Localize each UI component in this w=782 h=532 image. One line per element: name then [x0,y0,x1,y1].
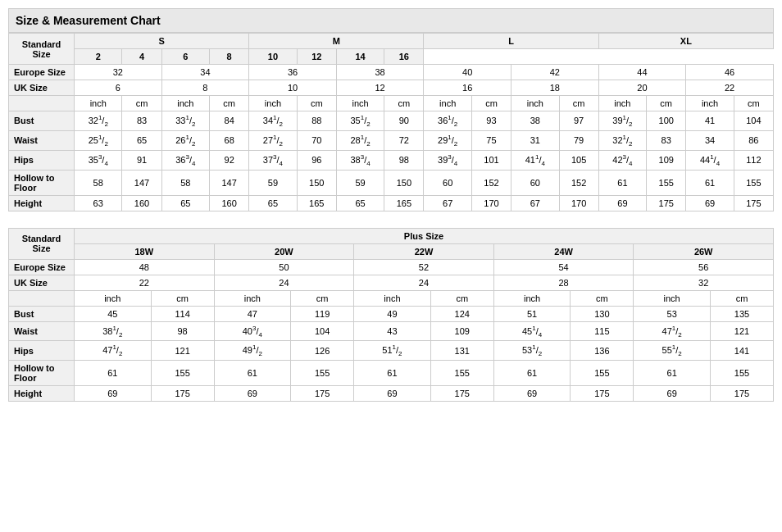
col-standard-size: StandardSize [9,34,75,65]
p-height-175-4: 175 [571,386,634,402]
unit-cm: cm [559,96,598,111]
bust-32.5-inch: 321/2 [75,111,122,131]
europe-56: 56 [634,259,774,275]
p-hips-51.5: 511/2 [354,341,431,361]
p-htf-155-4: 155 [571,361,634,386]
p-htf-155-3: 155 [430,361,493,386]
p-hips-121: 121 [151,341,214,361]
height-170-cm-1: 170 [471,195,511,211]
waist-79-cm: 79 [559,130,598,150]
hips-36.75-inch: 363/4 [161,150,209,170]
uk-size-6: 6 [75,80,162,96]
p-unit-cm-2: cm [291,290,354,306]
unit-inch: inch [424,96,471,111]
p-height-69-3: 69 [354,386,431,402]
htf-150-cm-2: 150 [384,170,424,195]
europe-size-38: 38 [336,65,424,80]
col-s: S [75,34,249,49]
htf-152-cm-2: 152 [559,170,598,195]
col-plus-size: Plus Size [75,228,774,243]
bust-36.5-inch: 361/2 [424,111,471,131]
europe-size-46: 46 [686,65,774,80]
unit-label-2 [9,290,75,306]
col-l: L [424,34,598,49]
p-waist-38.5: 381/2 [75,321,152,341]
europe-size-32: 32 [75,65,162,80]
p-unit-inch-3: inch [354,290,431,306]
p-waist-43: 43 [354,321,431,341]
p-hips-label: Hips [9,341,75,361]
uk-24-2: 24 [354,275,494,290]
p-hips-49.5: 491/2 [214,341,291,361]
col-standard-size-2: Standard Size [9,228,75,259]
unit-cm: cm [647,96,686,111]
p-hips-47.5: 471/2 [75,341,152,361]
p-htf-61-1: 61 [75,361,152,386]
europe-54: 54 [493,259,634,275]
height-69-inch-2: 69 [686,195,734,211]
hips-38.75-inch: 383/4 [336,150,384,170]
p-bust-47: 47 [214,306,291,321]
hips-39.75-inch: 393/4 [424,150,471,170]
p-waist-121: 121 [710,321,773,341]
waist-75-cm: 75 [471,130,511,150]
uk-size-label-2: UK Size [9,275,75,290]
waist-25.5-inch: 251/2 [75,130,122,150]
p-height-175-5: 175 [710,386,773,402]
p-bust-53: 53 [634,306,711,321]
height-165-cm-2: 165 [384,195,424,211]
waist-34-inch: 34 [686,130,734,150]
p-height-175-1: 175 [151,386,214,402]
unit-cm: cm [210,96,249,111]
htf-59-inch-1: 59 [249,170,297,195]
uk-24-1: 24 [214,275,354,290]
europe-size-44: 44 [598,65,686,80]
htf-61-inch-1: 61 [598,170,646,195]
p-bust-130: 130 [571,306,634,321]
bust-38-inch: 38 [511,111,559,131]
bust-41-inch: 41 [686,111,734,131]
bust-88-cm: 88 [297,111,336,131]
p-bust-label: Bust [9,306,75,321]
unit-inch: inch [249,96,297,111]
bust-39.5-inch: 391/2 [598,111,646,131]
p-hips-141: 141 [710,341,773,361]
p-htf-155-5: 155 [710,361,773,386]
htf-147-cm-1: 147 [122,170,161,195]
p-htf-155-1: 155 [151,361,214,386]
plus-26w: 26W [634,243,774,259]
htf-61-inch-2: 61 [686,170,734,195]
p-waist-98: 98 [151,321,214,341]
height-165-cm-1: 165 [297,195,336,211]
europe-50: 50 [214,259,354,275]
height-63-inch: 63 [75,195,122,211]
hips-42.75-inch: 423/4 [598,150,646,170]
bust-34.5-inch: 341/2 [249,111,297,131]
p-unit-inch-2: inch [214,290,291,306]
p-hips-126: 126 [291,341,354,361]
p-htf-61-5: 61 [634,361,711,386]
waist-29.5-inch: 291/2 [424,130,471,150]
uk-size-22: 22 [686,80,774,96]
p-height-175-3: 175 [430,386,493,402]
plus-20w: 20W [214,243,354,259]
europe-size-36: 36 [249,65,337,80]
uk-size-18: 18 [511,80,599,96]
p-bust-51: 51 [493,306,571,321]
waist-26.5-inch: 261/2 [161,130,209,150]
hollow-to-floor-label: Hollow to Floor [9,170,75,195]
unit-inch: inch [336,96,384,111]
height-65-inch-1: 65 [161,195,209,211]
hips-109-cm: 109 [647,150,686,170]
waist-83-cm: 83 [647,130,686,150]
hips-91-cm: 91 [122,150,161,170]
waist-86-cm: 86 [734,130,773,150]
hips-37.75-inch: 373/4 [249,150,297,170]
p-htf-155-2: 155 [291,361,354,386]
p-unit-cm-5: cm [710,290,773,306]
height-170-cm-2: 170 [559,195,598,211]
uk-size-16: 16 [424,80,511,96]
bust-93-cm: 93 [471,111,511,131]
p-height-69-4: 69 [493,386,571,402]
us-size-8: 8 [210,49,249,65]
